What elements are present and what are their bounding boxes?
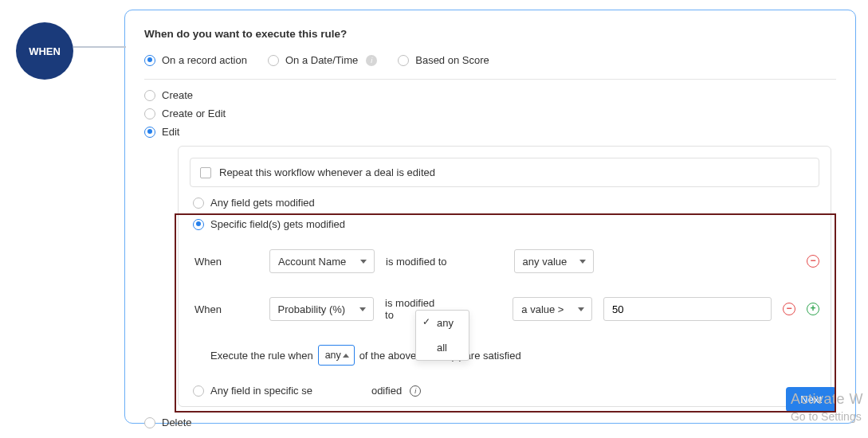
when-panel: When do you want to execute this rule? O…: [124, 10, 856, 424]
info-icon: i: [410, 385, 421, 397]
execute-rule-row: Execute the rule when any of the above c…: [210, 345, 819, 366]
criteria-when-label: When: [194, 303, 258, 315]
target-select-value: a value >: [521, 303, 564, 315]
dropdown-option-any[interactable]: any: [416, 311, 469, 335]
trigger-record-action[interactable]: On a record action: [144, 54, 247, 66]
radio-label: Edit: [162, 126, 179, 138]
action-create[interactable]: Create: [144, 89, 836, 101]
radio-label: Create: [162, 89, 193, 101]
radio-label: Any field gets modified: [210, 197, 315, 209]
next-button-label: Next: [800, 393, 822, 405]
exec-match-select[interactable]: any: [318, 345, 355, 366]
add-row-button[interactable]: +: [807, 303, 819, 315]
delete-option-group: Delete: [144, 416, 836, 428]
criteria-row-1: When Account Name is modified to any val…: [194, 249, 819, 273]
trigger-score[interactable]: Based on Score: [398, 54, 489, 66]
action-edit[interactable]: Edit: [144, 126, 836, 138]
field-select-value: Probability (%): [278, 303, 346, 315]
action-delete[interactable]: Delete: [144, 416, 836, 428]
exec-match-value: any: [325, 350, 341, 361]
trigger-datetime[interactable]: On a Date/Time i: [268, 54, 377, 66]
action-create-or-edit[interactable]: Create or Edit: [144, 108, 836, 119]
radio-label: On a record action: [162, 54, 247, 66]
radio-icon: [144, 108, 155, 119]
info-icon: i: [366, 55, 377, 66]
target-select-value: any value: [523, 256, 568, 268]
remove-row-button[interactable]: −: [783, 303, 795, 315]
checkbox-icon: [200, 167, 211, 178]
modified-to-label: is modified to: [386, 256, 447, 268]
radio-label: Create or Edit: [162, 108, 226, 119]
radio-icon: [398, 55, 409, 66]
radio-label: On a Date/Time: [285, 54, 358, 66]
modification-scope-group: Any field gets modified Specific field(s…: [193, 197, 819, 406]
radio-icon: [193, 385, 204, 397]
page-heading: When do you want to execute this rule?: [144, 28, 836, 40]
remove-row-button[interactable]: −: [807, 255, 819, 268]
radio-label: Based on Score: [415, 54, 489, 66]
radio-icon: [144, 90, 155, 101]
target-select-1[interactable]: any value: [514, 249, 594, 273]
action-type-group: Create Create or Edit Edit: [144, 89, 836, 138]
connector-line: [73, 46, 126, 48]
when-circle-label: WHEN: [29, 45, 61, 57]
radio-icon: [144, 55, 155, 66]
scope-any-in-section[interactable]: Any field in specific seodified i: [193, 385, 819, 397]
criteria-row-2: When Probability (%) is modified to a va…: [194, 297, 819, 321]
divider: [144, 79, 836, 80]
scope-any-field[interactable]: Any field gets modified: [193, 197, 819, 209]
criteria-when-label: When: [194, 256, 258, 268]
value-input-2[interactable]: [603, 297, 772, 321]
radio-icon: [193, 197, 204, 209]
edit-options-panel: Repeat this workflow whenever a deal is …: [178, 146, 831, 407]
target-select-2[interactable]: a value >: [513, 297, 592, 321]
scope-specific-fields[interactable]: Specific field(s) gets modified: [193, 218, 819, 230]
field-select-2[interactable]: Probability (%): [269, 297, 375, 321]
exec-prefix: Execute the rule when: [210, 350, 313, 362]
radio-label-partial: Any field in specific seodified: [210, 385, 402, 397]
radio-icon: [193, 219, 204, 230]
radio-icon: [144, 127, 155, 138]
repeat-workflow-checkbox-row[interactable]: Repeat this workflow whenever a deal is …: [190, 158, 819, 187]
checkbox-label: Repeat this workflow whenever a deal is …: [219, 166, 435, 178]
radio-icon: [268, 55, 279, 66]
when-step-circle: WHEN: [16, 22, 73, 80]
field-select-value: Account Name: [278, 256, 346, 268]
exec-match-dropdown: any all: [415, 310, 469, 361]
radio-label: Specific field(s) gets modified: [210, 218, 345, 230]
dropdown-option-all[interactable]: all: [416, 335, 469, 360]
trigger-type-group: On a record action On a Date/Time i Base…: [144, 54, 836, 69]
radio-label: Delete: [162, 416, 192, 428]
radio-icon: [144, 417, 155, 428]
next-button[interactable]: Next: [786, 387, 836, 412]
field-select-1[interactable]: Account Name: [269, 249, 375, 273]
